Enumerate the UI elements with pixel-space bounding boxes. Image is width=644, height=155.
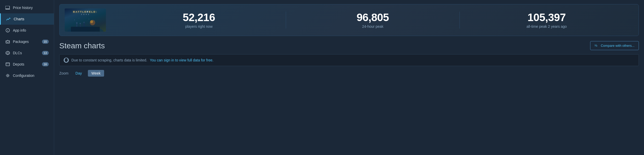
svg-rect-14	[76, 24, 77, 27]
stat-block-alltime-peak: 105,397 all-time peak 2 years ago	[460, 12, 633, 29]
app-info-icon: i	[5, 28, 10, 32]
players-now-number: 52,216	[117, 12, 281, 23]
price-history-icon	[5, 6, 10, 10]
svg-rect-4	[6, 41, 10, 43]
svg-rect-20	[71, 27, 100, 32]
svg-rect-18	[83, 23, 85, 26]
svg-point-22	[79, 18, 79, 18]
sidebar-item-label-packages: Packages	[13, 40, 39, 44]
svg-rect-8	[6, 63, 10, 66]
svg-point-17	[80, 23, 81, 24]
sidebar-item-label-depots: Depots	[13, 62, 39, 66]
notice-sign-in-link[interactable]: You can sign in to view full data for fr…	[150, 58, 213, 62]
zoom-controls: Zoom Day Week	[59, 70, 639, 77]
zoom-label: Zoom	[59, 71, 69, 75]
configuration-icon	[5, 74, 10, 78]
game-title-text: BATTLEFELD:	[73, 11, 97, 13]
charts-icon	[6, 17, 11, 21]
compare-button[interactable]: ¹⁄₃ Compare with others...	[590, 41, 639, 50]
peak-24h-label: 24-hour peak	[291, 24, 455, 29]
notice-bar: Due to constant scraping, charts data is…	[59, 54, 639, 66]
sidebar-item-packages[interactable]: Packages 15	[0, 36, 54, 47]
sidebar-item-depots[interactable]: Depots 16	[0, 59, 54, 70]
zoom-week-button[interactable]: Week	[88, 70, 104, 77]
game-thumbnail: BATTLEFELD: 2 0 4 2	[65, 8, 106, 32]
dlcs-badge: 13	[42, 51, 49, 55]
depots-badge: 16	[42, 62, 49, 66]
svg-point-10	[7, 75, 9, 76]
sidebar-item-label-charts: Charts	[14, 17, 49, 21]
svg-text:i: i	[7, 29, 8, 32]
sidebar-item-label-app-info: App info	[13, 28, 49, 32]
packages-icon	[5, 40, 10, 44]
svg-point-21	[74, 20, 74, 20]
alltime-peak-label: all-time peak 2 years ago	[465, 24, 628, 29]
sidebar-item-price-history[interactable]: Price history	[0, 2, 54, 13]
depots-icon	[5, 62, 10, 66]
sidebar-item-label-configuration: Configuration	[13, 74, 49, 78]
sidebar-item-dlcs[interactable]: DLCs 13	[0, 47, 54, 59]
compare-icon: ¹⁄₃	[595, 43, 599, 48]
stats-banner: BATTLEFELD: 2 0 4 2	[59, 4, 639, 36]
section-title: Steam charts	[59, 41, 105, 50]
sidebar-item-label-dlcs: DLCs	[13, 51, 39, 55]
notice-loading-icon	[64, 58, 69, 63]
game-subtitle-text: 2 0 4 2	[81, 14, 89, 15]
sidebar-item-charts[interactable]: Charts	[0, 13, 54, 25]
svg-text:¹⁄₃: ¹⁄₃	[595, 44, 597, 47]
packages-badge: 15	[42, 40, 49, 44]
peak-24h-number: 96,805	[291, 12, 455, 23]
dlcs-icon	[5, 51, 10, 55]
notice-text: Due to constant scraping, charts data is…	[71, 58, 147, 62]
compare-button-label: Compare with others...	[601, 44, 634, 48]
sidebar-item-label-price-history: Price history	[13, 6, 49, 10]
sidebar: Price history Charts i App info Packages	[0, 0, 54, 155]
stat-block-peak-24h: 96,805 24-hour peak	[286, 12, 460, 29]
sidebar-item-configuration[interactable]: Configuration	[0, 70, 54, 81]
alltime-peak-number: 105,397	[465, 12, 628, 23]
svg-point-23	[89, 19, 89, 19]
svg-point-15	[76, 22, 78, 24]
svg-marker-7	[7, 52, 9, 54]
svg-point-13	[90, 20, 93, 23]
zoom-day-button[interactable]: Day	[72, 70, 86, 77]
svg-marker-6	[6, 51, 10, 55]
svg-rect-16	[80, 24, 81, 27]
svg-rect-0	[5, 6, 10, 9]
svg-point-24	[94, 21, 94, 21]
svg-point-19	[83, 22, 85, 23]
section-header: Steam charts ¹⁄₃ Compare with others...	[59, 41, 639, 50]
main-content: BATTLEFELD: 2 0 4 2	[54, 0, 644, 155]
players-now-label: players right now	[117, 24, 281, 29]
sidebar-item-app-info[interactable]: i App info	[0, 25, 54, 36]
stat-block-players-now: 52,216 players right now	[112, 12, 286, 29]
